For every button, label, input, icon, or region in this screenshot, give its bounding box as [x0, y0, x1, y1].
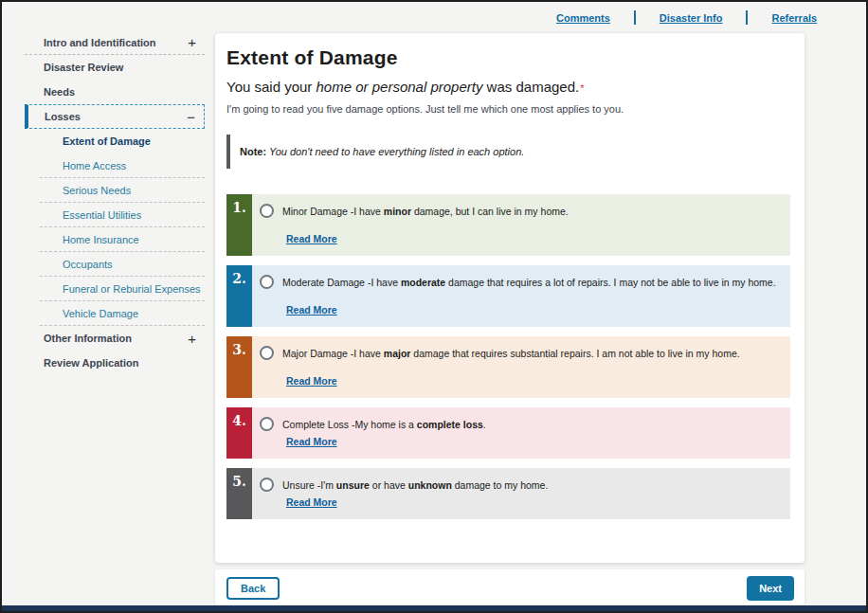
option-number-block: 3.	[226, 336, 252, 398]
sidebar-item-disaster-review[interactable]: Disaster Review	[25, 55, 205, 80]
sidebar-item-label: Review Application	[44, 357, 138, 369]
note-label: Note:	[240, 146, 266, 157]
option-number-block: 4.	[226, 407, 252, 459]
plus-icon[interactable]: +	[188, 332, 196, 346]
read-more-link[interactable]: Read More	[286, 375, 337, 387]
sidebar-item-label: Intro and Identification	[44, 37, 156, 48]
sidebar-item-occupants[interactable]: Occupants	[25, 252, 205, 277]
required-marker: *	[580, 82, 584, 94]
sidebar-item-label: Home Insurance	[63, 234, 139, 245]
note-text: You don't need to have everything listed…	[266, 146, 524, 157]
topbar-link-disaster-info[interactable]: Disaster Info	[660, 12, 723, 24]
sidebar-item-label: Other Information	[44, 333, 132, 344]
main-panel: Extent of Damage You said your home or p…	[215, 33, 805, 563]
read-more-link[interactable]: Read More	[286, 496, 337, 508]
sidebar-item-intro-and-identification[interactable]: Intro and Identification+	[25, 30, 205, 55]
option-label: Minor Damage -I have minor damage, but I…	[282, 206, 569, 217]
footer-bar	[2, 605, 866, 611]
option-body: Complete Loss -My home is a complete los…	[252, 407, 790, 459]
back-button[interactable]: Back	[226, 577, 280, 600]
question-text: You said your home or personal property …	[226, 79, 790, 95]
sidebar-item-home-access[interactable]: Home Access	[25, 153, 205, 178]
footer-actions: Back Next	[215, 569, 805, 605]
plus-icon[interactable]: +	[188, 35, 196, 49]
option-radio[interactable]	[260, 275, 274, 289]
link-separator	[634, 10, 636, 25]
option-label-row: Minor Damage -I have minor damage, but I…	[260, 204, 781, 218]
sidebar-item-losses[interactable]: Losses−	[25, 104, 205, 129]
sidebar-item-serious-needs[interactable]: Serious Needs	[25, 178, 205, 203]
damage-option-1: 1.Minor Damage -I have minor damage, but…	[226, 194, 790, 256]
topbar-link-referrals[interactable]: Referrals	[771, 12, 817, 24]
option-number-block: 5.	[226, 468, 252, 519]
read-more-link[interactable]: Read More	[286, 304, 337, 316]
option-number-block: 1.	[226, 194, 252, 256]
read-more-link[interactable]: Read More	[286, 233, 337, 244]
sidebar-item-label: Disaster Review	[44, 62, 123, 73]
sidebar-item-vehicle-damage[interactable]: Vehicle Damage	[25, 301, 205, 326]
read-more-link[interactable]: Read More	[286, 436, 337, 447]
sidebar-item-label: Losses	[45, 111, 81, 122]
sidebar-item-label: Essential Utilities	[63, 209, 141, 221]
option-radio[interactable]	[260, 204, 274, 218]
sidebar-item-extent-of-damage[interactable]: Extent of Damage	[25, 129, 205, 153]
option-body: Minor Damage -I have minor damage, but I…	[252, 194, 790, 256]
option-label-row: Moderate Damage -I have moderate damage …	[260, 275, 781, 289]
option-label-row: Complete Loss -My home is a complete los…	[260, 417, 781, 431]
option-label: Complete Loss -My home is a complete los…	[282, 419, 486, 430]
option-label-row: Unsure -I'm unsure or have unknown damag…	[260, 478, 781, 492]
damage-option-4: 4.Complete Loss -My home is a complete l…	[226, 407, 790, 459]
option-radio[interactable]	[260, 346, 274, 360]
damage-option-2: 2.Moderate Damage -I have moderate damag…	[226, 265, 790, 327]
sidebar-item-funeral-or-reburial-expenses[interactable]: Funeral or Reburial Expenses	[25, 277, 205, 301]
note-box: Note: You don't need to have everything …	[226, 135, 790, 169]
option-radio[interactable]	[260, 417, 274, 431]
sidebar-item-label: Extent of Damage	[63, 135, 151, 147]
sidebar-item-review-application[interactable]: Review Application	[25, 351, 205, 375]
option-body: Major Damage -I have major damage that r…	[252, 336, 790, 398]
options-list: 1.Minor Damage -I have minor damage, but…	[226, 194, 790, 519]
sidebar-item-label: Home Access	[63, 160, 126, 171]
topbar: CommentsDisaster InfoReferrals	[556, 10, 817, 25]
instruction-text: I'm going to read you five damage option…	[226, 103, 790, 115]
option-label: Moderate Damage -I have moderate damage …	[282, 277, 776, 288]
application-window: CommentsDisaster InfoReferrals Intro and…	[0, 0, 868, 613]
question-emphasis: home or personal property	[316, 79, 483, 95]
page-title: Extent of Damage	[226, 46, 790, 69]
next-button[interactable]: Next	[747, 576, 794, 601]
sidebar-item-label: Needs	[44, 86, 75, 98]
sidebar-item-home-insurance[interactable]: Home Insurance	[25, 227, 205, 252]
link-separator	[746, 10, 748, 25]
sidebar: Intro and Identification+Disaster Review…	[25, 30, 205, 375]
question-prefix: You said your	[226, 79, 316, 95]
sidebar-item-label: Vehicle Damage	[63, 308, 138, 319]
topbar-link-comments[interactable]: Comments	[556, 12, 610, 24]
sidebar-item-essential-utilities[interactable]: Essential Utilities	[25, 203, 205, 227]
option-label: Major Damage -I have major damage that r…	[282, 348, 740, 359]
sidebar-item-other-information[interactable]: Other Information+	[25, 326, 205, 351]
option-number-block: 2.	[226, 265, 252, 327]
sidebar-item-needs[interactable]: Needs	[25, 80, 205, 104]
option-body: Moderate Damage -I have moderate damage …	[252, 265, 790, 327]
sidebar-item-label: Serious Needs	[63, 185, 131, 196]
option-label: Unsure -I'm unsure or have unknown damag…	[282, 479, 548, 491]
minus-icon[interactable]: −	[187, 110, 195, 124]
option-body: Unsure -I'm unsure or have unknown damag…	[252, 468, 790, 519]
option-label-row: Major Damage -I have major damage that r…	[260, 346, 781, 360]
damage-option-3: 3.Major Damage -I have major damage that…	[226, 336, 790, 398]
sidebar-item-label: Funeral or Reburial Expenses	[63, 283, 201, 295]
option-radio[interactable]	[260, 478, 274, 492]
question-suffix: was damaged.	[482, 79, 579, 95]
sidebar-item-label: Occupants	[63, 259, 113, 270]
damage-option-5: 5.Unsure -I'm unsure or have unknown dam…	[226, 468, 790, 519]
